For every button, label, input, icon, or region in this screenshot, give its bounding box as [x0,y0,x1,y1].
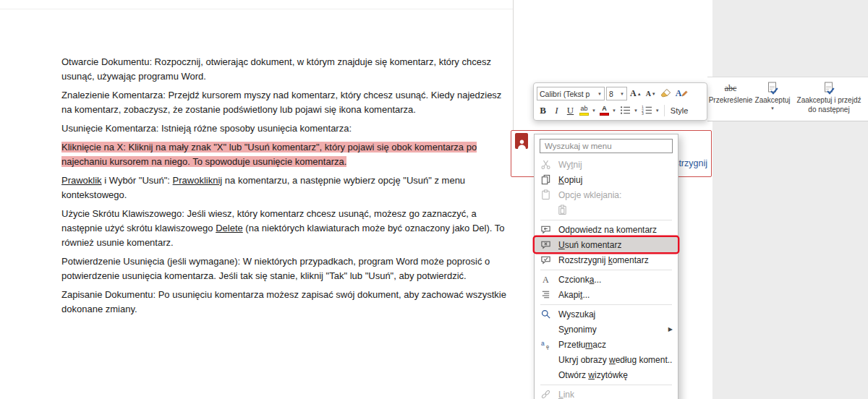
menu-item-link: Link [535,387,678,399]
text-run: Prawoklik [61,175,102,186]
font-name-combo[interactable]: Calibri (Tekst p ▼ [537,87,605,100]
format-painter-button[interactable] [659,87,673,101]
menu-item-paste-options: Opcje wklejania: [535,187,678,202]
font-color-button[interactable]: A [598,103,610,118]
menu-item-label: Wytnij [558,160,582,170]
menu-separator [540,385,672,385]
person-icon [517,139,527,149]
highlight-color-button[interactable]: ab [578,103,590,118]
text-run: Znalezienie Komentarza: Przejdź kursorem… [61,90,501,115]
accept-and-next-label: Zaakceptuj i przejdź do następnej [795,96,863,114]
no-icon [540,324,552,335]
page-top-edge [0,9,514,9]
translate-icon: aę [540,339,552,351]
paragraph[interactable]: Zapisanie Dokumentu: Po usunięciu koment… [61,288,509,317]
numbering-button[interactable]: 1 2 3 [640,103,654,118]
menu-item-label: Rozstrzygnij komentarz [558,255,649,265]
clipboard-icon [540,189,552,201]
svg-text:3: 3 [642,111,644,115]
comment-delete-icon [540,239,552,251]
chevron-down-icon: ▼ [620,92,624,96]
menu-item-copy[interactable]: Kopiuj [535,172,678,187]
search-icon [540,309,552,320]
menu-item-resolve-comment[interactable]: Rozstrzygnij komentarz [535,252,678,267]
right-gray-panel [712,0,868,399]
mini-toolbar-row-1: Calibri (Tekst p ▼ 8 ▼ A▲ A▼ A [537,85,704,102]
styles-button[interactable]: Style [668,106,690,115]
link-icon [540,389,552,399]
text-run: Usunięcie Komentarza: Istnieją różne spo… [61,123,352,134]
menu-item-translate[interactable]: aęPrzetłumacz [535,337,678,352]
paragraph[interactable]: Znalezienie Komentarza: Przejdź kursorem… [61,88,509,117]
underline-button[interactable]: U [564,103,576,118]
chevron-down-icon[interactable]: ▼ [592,108,596,113]
menu-item-label: Wyszukaj [558,309,595,319]
style-pen-button[interactable]: A [674,87,690,101]
menu-item-label: Synonimy [558,325,597,335]
arrow-down-icon: ▼ [652,92,656,96]
menu-separator [540,304,672,305]
menu-item-label: Odpowiedz na komentarz [558,225,657,235]
pen-icon [681,90,688,97]
text-run: Prawokliknij [173,175,223,186]
highlighted-text: Kliknięcie na X: Kliknij na mały znak "X… [61,142,477,167]
paragraph[interactable]: Usunięcie Komentarza: Istnieją różne spo… [61,121,509,136]
paragraph[interactable]: Potwierdzenie Usunięcia (jeśli wymagane)… [61,254,509,283]
shrink-font-button[interactable]: A▼ [644,87,658,101]
bold-button[interactable]: B [537,103,549,118]
text-run: Potwierdzenie Usunięcia (jeśli wymagane)… [61,256,490,281]
format-painter-icon [660,88,671,99]
context-menu-items: WytnijKopiujOpcje wklejania:Odpowiedz na… [535,157,678,399]
paragraph-icon [540,289,552,301]
chevron-down-icon: ▼ [770,106,775,112]
grow-font-button[interactable]: A▲ [629,87,643,101]
font-color-icon: A [600,106,609,116]
comment-author-avatar [515,133,528,149]
menu-item-label: Akapit... [558,290,590,300]
menu-item-open-contact-card[interactable]: Otwórz wizytówkę [535,367,678,382]
chevron-down-icon: ▼ [597,92,602,96]
strikethrough-label: Przekreślenie [709,96,753,106]
menu-item-hide-images[interactable]: Ukryj obrazy według koment... [535,352,678,367]
submenu-arrow-icon: ▶ [668,326,673,332]
paragraph[interactable]: Użycie Skrótu Klawiszowego: Jeśli wiesz,… [61,207,509,250]
menu-item-label: Usuń komentarz [558,240,621,250]
menu-item-search[interactable]: Wyszukaj [535,306,678,322]
paragraph[interactable]: Otwarcie Dokumentu: Rozpocznij, otwieraj… [61,55,509,84]
menu-item-label: Otwórz wizytówkę [558,370,628,380]
bullets-button[interactable] [618,103,632,118]
arrow-up-icon: ▲ [637,92,642,96]
svg-text:A: A [542,275,549,285]
paste-icon [556,205,569,216]
comment-reply-icon [540,224,552,236]
accept-button[interactable]: Zaakceptuj ▼ [752,80,793,119]
chevron-down-icon[interactable]: ▼ [612,108,616,113]
menu-item-delete-comment[interactable]: Usuń komentarz [535,237,678,252]
paragraph[interactable]: Kliknięcie na X: Kliknij na mały znak "X… [61,140,509,169]
text-run: i Wybór "Usuń": [102,175,173,186]
paste-option-button [535,202,678,218]
paragraph[interactable]: Prawoklik i Wybór "Usuń": Prawokliknij n… [61,173,509,202]
accept-next-check-icon [822,81,836,95]
font-size-combo[interactable]: 8 ▼ [606,87,627,100]
chevron-down-icon[interactable]: ▼ [655,108,660,113]
strikethrough-button[interactable]: abc Przekreślenie [709,80,752,119]
menu-item-font[interactable]: ACzcionka... [535,272,678,287]
menu-item-label: Czcionka... [558,275,601,285]
strikethrough-icon: abc [725,83,737,94]
menu-search-input[interactable] [540,142,672,150]
menu-item-synonyms[interactable]: Synonimy▶ [535,322,678,337]
font-name-value: Calibri (Tekst p [540,90,590,98]
accept-label: Zaakceptuj [755,96,791,106]
menu-item-reply-comment[interactable]: Odpowiedz na komentarz [535,222,678,237]
chevron-down-icon[interactable]: ▼ [634,108,638,113]
accept-check-icon [765,81,780,95]
mini-toolbar-row-2: B I U ab ▼ A ▼ [537,102,704,119]
accept-and-next-button[interactable]: Zaakceptuj i przejdź do następnej [793,80,865,119]
menu-search-box [540,139,673,153]
menu-item-paragraph[interactable]: Akapit... [535,287,678,302]
menu-separator [540,270,672,270]
italic-button[interactable]: I [550,103,563,118]
document-body[interactable]: Otwarcie Dokumentu: Rozpocznij, otwieraj… [61,55,509,321]
font-icon: A [540,274,552,286]
